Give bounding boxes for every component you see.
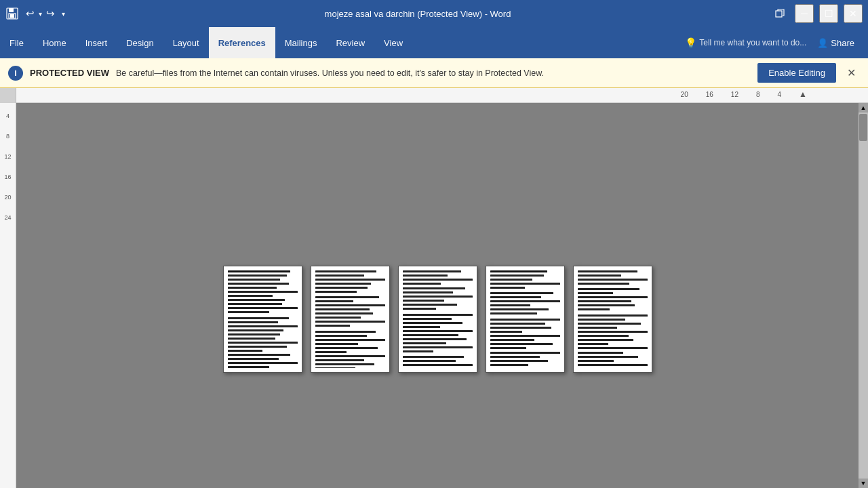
page-1-content	[228, 270, 298, 368]
tell-me-text: Tell me what you want to do...	[699, 38, 806, 47]
lightbulb-icon: 💡	[685, 37, 696, 48]
page-2-content	[315, 270, 385, 368]
vertical-ruler: 4 8 12 16 20 24	[0, 103, 16, 488]
title-bar-left: ↩ ▾ ↪ ▾	[5, 6, 65, 21]
undo-button[interactable]: ↩	[23, 6, 37, 21]
info-icon: i	[8, 66, 23, 81]
restore-window-button[interactable]	[770, 4, 789, 23]
svg-rect-3	[10, 14, 14, 18]
main-area: 4 8 12 16 20 24	[0, 103, 868, 488]
protected-view-label: PROTECTED VIEW	[30, 68, 109, 78]
page-5	[573, 266, 652, 373]
document-area[interactable]	[16, 103, 859, 488]
protected-view-message: Be careful—files from the Internet can c…	[116, 68, 751, 78]
undo-dropdown[interactable]: ▾	[39, 10, 42, 18]
ruler-corner	[0, 88, 16, 103]
vruler-16: 16	[4, 167, 11, 187]
vruler-4: 4	[6, 106, 9, 126]
ruler-arrow-up: ▲	[799, 89, 807, 99]
page-5-content	[578, 270, 648, 368]
tab-file[interactable]: File	[0, 27, 33, 58]
page-3	[398, 266, 477, 373]
page-3-content	[403, 270, 473, 368]
ribbon: File Home Insert Design Layout Reference…	[0, 27, 868, 58]
share-button[interactable]: 👤 Share	[812, 35, 860, 51]
tab-insert[interactable]: Insert	[76, 27, 117, 58]
save-button[interactable]	[5, 7, 19, 20]
v-ruler-numbers: 4 8 12 16 20 24	[4, 106, 11, 228]
tab-layout[interactable]: Layout	[163, 27, 209, 58]
minimize-button[interactable]: ─	[795, 4, 814, 23]
document-title: mojeze asal va darchin (Protected View) …	[65, 9, 770, 19]
tell-me-box[interactable]: 💡 Tell me what you want to do...	[685, 37, 806, 48]
vruler-24: 24	[4, 207, 11, 228]
vruler-8: 8	[6, 126, 9, 146]
scroll-up-button[interactable]: ▲	[859, 103, 868, 113]
tab-references[interactable]: References	[209, 27, 275, 58]
ribbon-right: 💡 Tell me what you want to do... 👤 Share	[685, 27, 868, 58]
page-2	[311, 266, 390, 373]
title-bar-right: ─ ☐ ✕	[770, 4, 863, 23]
enable-editing-button[interactable]: Enable Editing	[757, 63, 836, 83]
page-4-content	[490, 270, 560, 368]
close-button[interactable]: ✕	[844, 4, 863, 23]
scroll-down-button[interactable]: ▼	[859, 479, 868, 488]
ruler-row: 20 16 12 8 4 ▲	[0, 88, 868, 103]
tab-view[interactable]: View	[374, 27, 412, 58]
protected-view-bar: i PROTECTED VIEW Be careful—files from t…	[0, 58, 868, 88]
tab-review[interactable]: Review	[326, 27, 374, 58]
ruler-num-20: 20	[681, 91, 688, 98]
ruler-numbers: 20 16 12 8 4 ▲	[681, 89, 807, 99]
share-icon: 👤	[817, 38, 828, 48]
redo-button[interactable]: ↪	[43, 6, 58, 21]
undo-redo-group: ↩ ▾ ↪	[23, 6, 58, 21]
vruler-20: 20	[4, 187, 11, 207]
close-protected-bar-button[interactable]: ✕	[843, 66, 860, 79]
vertical-scrollbar[interactable]: ▲ ▼	[859, 103, 868, 488]
share-label: Share	[831, 38, 854, 48]
ruler-num-4: 4	[778, 91, 782, 98]
pages-row	[223, 266, 652, 474]
title-bar: ↩ ▾ ↪ ▾ mojeze asal va darchin (Protecte…	[0, 0, 868, 27]
tab-design[interactable]: Design	[117, 27, 163, 58]
horizontal-ruler: 20 16 12 8 4 ▲	[16, 88, 868, 103]
scroll-thumb[interactable]	[859, 114, 867, 141]
maximize-button[interactable]: ☐	[819, 4, 838, 23]
ruler-num-12: 12	[731, 91, 738, 98]
tab-mailings[interactable]: Mailings	[275, 27, 327, 58]
ruler-num-16: 16	[706, 91, 713, 98]
svg-rect-1	[9, 8, 14, 12]
svg-rect-4	[776, 11, 782, 17]
vruler-12: 12	[4, 146, 11, 167]
page-4	[486, 266, 565, 373]
page-1	[223, 266, 302, 373]
ruler-num-8: 8	[756, 91, 760, 98]
tab-home[interactable]: Home	[33, 27, 76, 58]
